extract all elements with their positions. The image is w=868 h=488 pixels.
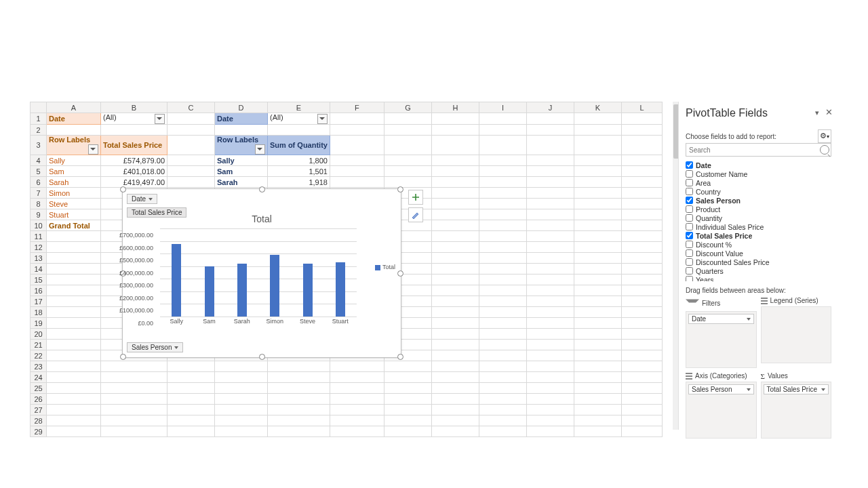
field-country[interactable]: Country xyxy=(686,187,831,196)
cell-C23[interactable] xyxy=(167,361,215,372)
cell-J9[interactable] xyxy=(526,209,574,220)
filters-area[interactable]: Filters Date xyxy=(686,297,757,368)
row-header-1[interactable]: 1 xyxy=(31,113,47,125)
cell-B1[interactable]: (All) xyxy=(101,113,167,125)
row-header-22[interactable]: 22 xyxy=(31,350,47,361)
cell-H22[interactable] xyxy=(431,350,479,361)
cell-H28[interactable] xyxy=(431,415,479,426)
pt2-filter-dropdown[interactable] xyxy=(317,114,328,124)
cell-H23[interactable] xyxy=(431,361,479,372)
row-header-7[interactable]: 7 xyxy=(31,188,47,199)
row-header-16[interactable]: 16 xyxy=(31,285,47,296)
field-discount value[interactable]: Discount Value xyxy=(686,249,831,258)
col-header-F[interactable]: F xyxy=(330,102,384,113)
cell-I3[interactable] xyxy=(479,136,526,155)
cell-I23[interactable] xyxy=(479,361,526,372)
cell-H21[interactable] xyxy=(431,340,479,350)
cell-E25[interactable] xyxy=(268,383,330,394)
cell-F3[interactable] xyxy=(330,136,384,155)
cell-A24[interactable] xyxy=(47,372,101,383)
cell-L6[interactable] xyxy=(621,177,662,188)
cell-H2[interactable] xyxy=(431,125,479,136)
cell-J8[interactable] xyxy=(526,199,574,209)
row-header-13[interactable]: 13 xyxy=(31,253,47,264)
field-individual sales price[interactable]: Individual Sales Price xyxy=(686,222,831,231)
values-area[interactable]: ΣValues Total Sales Price xyxy=(761,372,832,439)
col-header-E[interactable]: E xyxy=(268,102,330,113)
cell-L27[interactable] xyxy=(621,405,662,415)
col-header-J[interactable]: J xyxy=(526,102,574,113)
cell-I28[interactable] xyxy=(479,415,526,426)
col-header-G[interactable]: G xyxy=(384,102,431,113)
row-header-25[interactable]: 25 xyxy=(31,383,47,394)
cell-A23[interactable] xyxy=(47,361,101,372)
cell-H12[interactable] xyxy=(431,242,479,253)
cell-I18[interactable] xyxy=(479,307,526,318)
row-header-12[interactable]: 12 xyxy=(31,242,47,253)
cell-F26[interactable] xyxy=(330,394,384,405)
row-header-27[interactable]: 27 xyxy=(31,405,47,415)
cell-F28[interactable] xyxy=(330,415,384,426)
cell-I20[interactable] xyxy=(479,329,526,340)
cell-G6[interactable] xyxy=(384,177,431,188)
cell-I21[interactable] xyxy=(479,340,526,350)
chart-bar-Sarah[interactable] xyxy=(237,264,247,317)
cell-A17[interactable] xyxy=(47,296,101,307)
cell-K8[interactable] xyxy=(574,199,621,209)
cell-K3[interactable] xyxy=(574,136,621,155)
row-header-20[interactable]: 20 xyxy=(31,329,47,340)
field-checkbox[interactable] xyxy=(686,188,693,195)
cell-I10[interactable] xyxy=(479,220,526,231)
field-checkbox[interactable] xyxy=(686,197,693,204)
cell-A14[interactable] xyxy=(47,264,101,274)
col-header-D[interactable]: D xyxy=(215,102,268,113)
cell-H11[interactable] xyxy=(431,231,479,242)
row-header-29[interactable]: 29 xyxy=(31,426,47,437)
cell-E6[interactable]: 1,918 xyxy=(268,177,330,188)
cell-H24[interactable] xyxy=(431,372,479,383)
cell-B26[interactable] xyxy=(101,394,167,405)
cell-I8[interactable] xyxy=(479,199,526,209)
chart-bar-Stuart[interactable] xyxy=(336,262,345,317)
cell-H27[interactable] xyxy=(431,405,479,415)
cell-A9[interactable]: Stuart xyxy=(47,209,101,220)
cell-G1[interactable] xyxy=(384,113,431,125)
cell-H17[interactable] xyxy=(431,296,479,307)
cell-E27[interactable] xyxy=(268,405,330,415)
cell-C25[interactable] xyxy=(167,383,215,394)
cell-C4[interactable] xyxy=(167,155,215,166)
cell-A8[interactable]: Steve xyxy=(47,199,101,209)
cell-A4[interactable]: Sally xyxy=(47,155,101,166)
cell-I25[interactable] xyxy=(479,383,526,394)
cell-K29[interactable] xyxy=(574,426,621,437)
cell-J24[interactable] xyxy=(526,372,574,383)
cell-K17[interactable] xyxy=(574,296,621,307)
cell-E29[interactable] xyxy=(268,426,330,437)
cell-A5[interactable]: Sam xyxy=(47,166,101,177)
cell-D3[interactable]: Row Labels xyxy=(215,136,268,155)
axis-area[interactable]: Axis (Categories) Sales Person xyxy=(686,372,757,439)
pt2-row-dropdown[interactable] xyxy=(255,144,265,155)
cell-G29[interactable] xyxy=(384,426,431,437)
cell-J4[interactable] xyxy=(526,155,574,166)
cell-J29[interactable] xyxy=(526,426,574,437)
cell-K5[interactable] xyxy=(574,166,621,177)
cell-I29[interactable] xyxy=(479,426,526,437)
col-header-K[interactable]: K xyxy=(574,102,621,113)
row-header-9[interactable]: 9 xyxy=(31,209,47,220)
cell-H7[interactable] xyxy=(431,188,479,199)
cell-D5[interactable]: Sam xyxy=(215,166,268,177)
cell-H18[interactable] xyxy=(431,307,479,318)
field-years[interactable]: Years xyxy=(686,275,831,281)
cell-K28[interactable] xyxy=(574,415,621,426)
cell-J10[interactable] xyxy=(526,220,574,231)
cell-L3[interactable] xyxy=(621,136,662,155)
cell-J18[interactable] xyxy=(526,307,574,318)
cell-L29[interactable] xyxy=(621,426,662,437)
row-header-26[interactable]: 26 xyxy=(31,394,47,405)
cell-L23[interactable] xyxy=(621,361,662,372)
cell-D27[interactable] xyxy=(215,405,268,415)
cell-J2[interactable] xyxy=(526,125,574,136)
cell-J22[interactable] xyxy=(526,350,574,361)
cell-I1[interactable] xyxy=(479,113,526,125)
